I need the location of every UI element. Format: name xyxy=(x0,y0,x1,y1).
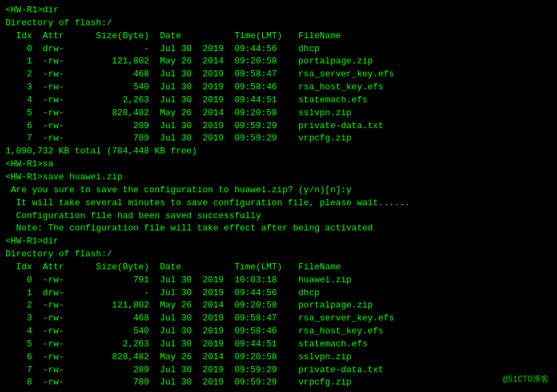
watermark: @51CTO博客 xyxy=(503,374,549,385)
terminal-line: Directory of flash:/ xyxy=(5,248,552,261)
terminal-line: 4 -rw- 2,263 Jul 30 2019 09:44:51 statem… xyxy=(5,94,552,107)
terminal-line: <HW-R1>save huawei.zip xyxy=(5,171,552,184)
terminal-line: 7 -rw- 789 Jul 30 2019 09:59:29 vrpcfg.z… xyxy=(5,132,552,145)
terminal-line: 1,090,732 KB total (784,448 KB free) xyxy=(5,145,552,158)
terminal-line: 1 -rw- 121,802 May 26 2014 09:20:58 port… xyxy=(5,55,552,68)
terminal-line: 4 -rw- 540 Jul 30 2019 09:58:46 rsa_host… xyxy=(5,325,552,338)
terminal-line: <HW-R1>dir xyxy=(5,235,552,248)
terminal-output: <HW-R1>dirDirectory of flash:/ Idx Attr … xyxy=(5,4,552,389)
terminal-line: It will take several minutes to save con… xyxy=(5,197,552,210)
terminal-line: 0 -rw- 791 Jul 30 2019 10:03:18 huawei.z… xyxy=(5,274,552,287)
terminal-line: Idx Attr Size(Byte) Date Time(LMT) FileN… xyxy=(5,261,552,274)
terminal-line: Configuration file had been saved succes… xyxy=(5,210,552,223)
terminal-line: Note: The configuration file will take e… xyxy=(5,222,552,235)
terminal-line: 3 -rw- 540 Jul 30 2019 09:58:46 rsa_host… xyxy=(5,81,552,94)
terminal-line: Idx Attr Size(Byte) Date Time(LMT) FileN… xyxy=(5,30,552,43)
terminal-line: Directory of flash:/ xyxy=(5,17,552,30)
terminal-line: 1 drw- - Jul 30 2019 09:44:56 dhcp xyxy=(5,287,552,300)
terminal-line: 6 -rw- 828,482 May 26 2014 09:20:58 sslv… xyxy=(5,351,552,364)
terminal-line: 3 -rw- 468 Jul 30 2019 09:58:47 rsa_serv… xyxy=(5,312,552,325)
terminal-line: 2 -rw- 468 Jul 30 2019 09:58:47 rsa_serv… xyxy=(5,68,552,81)
terminal-line: Are you sure to save the configuration t… xyxy=(5,184,552,197)
terminal-line: 5 -rw- 2,263 Jul 30 2019 09:44:51 statem… xyxy=(5,338,552,351)
terminal-line: 5 -rw- 828,482 May 26 2014 09:20:58 sslv… xyxy=(5,107,552,120)
terminal-line: 6 -rw- 289 Jul 30 2019 09:59:29 private-… xyxy=(5,120,552,133)
terminal-line: 7 -rw- 289 Jul 30 2019 09:59:29 private-… xyxy=(5,364,552,377)
terminal-line: 0 drw- - Jul 30 2019 09:44:56 dhcp xyxy=(5,43,552,56)
terminal-line: <HW-R1>sa xyxy=(5,158,552,171)
terminal-line: 2 -rw- 121,802 May 26 2014 09:20:58 port… xyxy=(5,299,552,312)
terminal-line: <HW-R1>dir xyxy=(5,4,552,17)
terminal-line: 8 -rw- 789 Jul 30 2019 09:59:29 vrpcfg.z… xyxy=(5,376,552,389)
terminal-window: <HW-R1>dirDirectory of flash:/ Idx Attr … xyxy=(5,4,552,388)
